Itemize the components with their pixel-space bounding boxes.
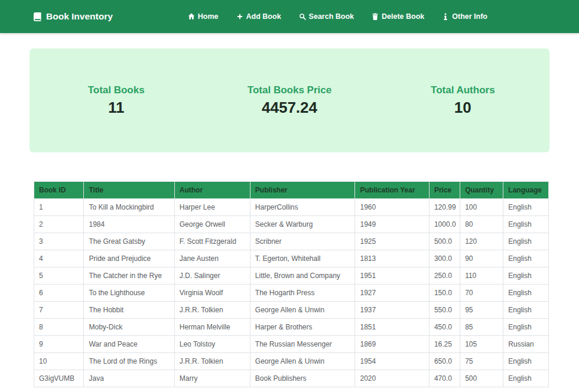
stats-panel: Total Books11Total Books Price4457.24Tot… [30,48,549,152]
cell-publication-year: 2020 [355,370,429,387]
cell-title: The Hobbit [84,302,174,319]
table-row: 6To the LighthouseVirginia WoolfThe Hoga… [34,285,549,302]
cell-author: Virginia Woolf [174,285,250,302]
table-row: 9War and PeaceLeo TolstoyThe Russian Mes… [34,336,549,353]
cell-title: War and Peace [84,336,174,353]
cell-publisher: Harper & Brothers [250,319,355,336]
cell-publication-year: 1925 [355,233,429,250]
cell-publication-year: 1954 [355,353,429,370]
nav-item-label: Add Book [246,12,281,21]
column-header-book-id: Book ID [34,182,84,199]
table-row: 21984George OrwellSecker & Warburg194910… [34,216,549,233]
table-row: 10The Lord of the RingsJ.R.R. TolkienGeo… [34,353,549,370]
stat-total-authors: Total Authors10 [376,84,549,117]
book-icon [33,12,42,21]
cell-quantity: 90 [460,250,503,267]
stat-label: Total Books [30,84,203,96]
column-header-author: Author [174,182,250,199]
column-header-publisher: Publisher [250,182,355,199]
cell-title: 1984 [84,216,174,233]
cell-publication-year: 1949 [355,216,429,233]
nav-item-other-info[interactable]: Other Info [442,12,487,21]
nav-item-search-book[interactable]: Search Book [299,12,354,21]
cell-publication-year: 1869 [355,336,429,353]
cell-language: English [503,250,549,267]
cell-publisher: Book Publishers [250,370,355,387]
trash-icon [372,13,379,20]
cell-quantity: 95 [460,302,503,319]
cell-publisher: George Allen & Unwin [250,353,355,370]
nav-item-label: Other Info [452,12,487,21]
cell-author: F. Scott Fitzgerald [174,233,250,250]
nav-links: HomeAdd BookSearch BookDelete BookOther … [188,12,487,21]
cell-publisher: George Allen & Unwin [250,302,355,319]
cell-publisher: Little, Brown and Company [250,267,355,285]
nav-item-label: Delete Book [382,12,424,21]
cell-publication-year: 1960 [355,199,429,216]
cell-title: To Kill a Mockingbird [84,199,174,216]
cell-author: J.R.R. Tolkien [174,302,250,319]
cell-price: 300.0 [429,250,460,267]
nav-item-add-book[interactable]: Add Book [236,12,281,21]
brand-label: Book Inventory [46,11,113,22]
cell-book-id: 7 [34,302,84,319]
cell-publication-year: 1813 [355,250,429,267]
cell-book-id: 6 [34,285,84,302]
cell-publisher: HarperCollins [250,199,355,216]
cell-author: J.R.R. Tolkien [174,353,250,370]
cell-book-id: 10 [34,353,84,370]
cell-author: Jane Austen [174,250,250,267]
cell-language: English [503,370,549,387]
stat-value: 4457.24 [203,99,376,117]
cell-author: Herman Melville [174,319,250,336]
cell-language: Russian [503,336,549,353]
stat-label: Total Books Price [203,84,376,96]
cell-publisher: Scribner [250,233,355,250]
nav-item-delete-book[interactable]: Delete Book [372,12,424,21]
cell-language: English [503,216,549,233]
column-header-publication-year: Publication Year [355,182,429,199]
table-row: 3The Great GatsbyF. Scott FitzgeraldScri… [34,233,549,250]
cell-book-id: 4 [34,250,84,267]
cell-title: The Catcher in the Rye [84,267,174,285]
cell-price: 470.0 [429,370,460,387]
cell-author: J.D. Salinger [174,267,250,285]
cell-quantity: 110 [460,267,503,285]
cell-language: English [503,199,549,216]
brand[interactable]: Book Inventory [33,11,113,22]
table-row: 7The HobbitJ.R.R. TolkienGeorge Allen & … [34,302,549,319]
cell-price: 450.0 [429,319,460,336]
stat-value: 11 [30,99,203,117]
navbar: Book Inventory HomeAdd BookSearch BookDe… [0,0,579,33]
cell-title: Moby-Dick [84,319,174,336]
cell-price: 550.0 [429,302,460,319]
cell-quantity: 105 [460,336,503,353]
table-row: 4Pride and PrejudiceJane AustenT. Egerto… [34,250,549,267]
stat-value: 10 [376,99,549,117]
cell-price: 16.25 [429,336,460,353]
cell-book-id: 5 [34,267,84,285]
cell-language: English [503,302,549,319]
books-table-body: 1To Kill a MockingbirdHarper LeeHarperCo… [34,199,549,387]
cell-title: To the Lighthouse [84,285,174,302]
cell-title: The Lord of the Rings [84,353,174,370]
cell-quantity: 80 [460,216,503,233]
cell-publisher: The Russian Messenger [250,336,355,353]
books-table-wrap: Book IDTitleAuthorPublisherPublication Y… [34,181,549,387]
cell-price: 250.0 [429,267,460,285]
cell-title: The Great Gatsby [84,233,174,250]
cell-price: 500.0 [429,233,460,250]
table-row: 8Moby-DickHerman MelvilleHarper & Brothe… [34,319,549,336]
column-header-language: Language [503,182,549,199]
cell-language: English [503,267,549,285]
cell-price: 1000.0 [429,216,460,233]
nav-item-home[interactable]: Home [188,12,219,21]
cell-quantity: 500 [460,370,503,387]
cell-book-id: 9 [34,336,84,353]
cell-quantity: 100 [460,199,503,216]
cell-author: George Orwell [174,216,250,233]
home-icon [188,13,195,20]
cell-language: English [503,285,549,302]
cell-publication-year: 1851 [355,319,429,336]
cell-publisher: T. Egerton, Whitehall [250,250,355,267]
